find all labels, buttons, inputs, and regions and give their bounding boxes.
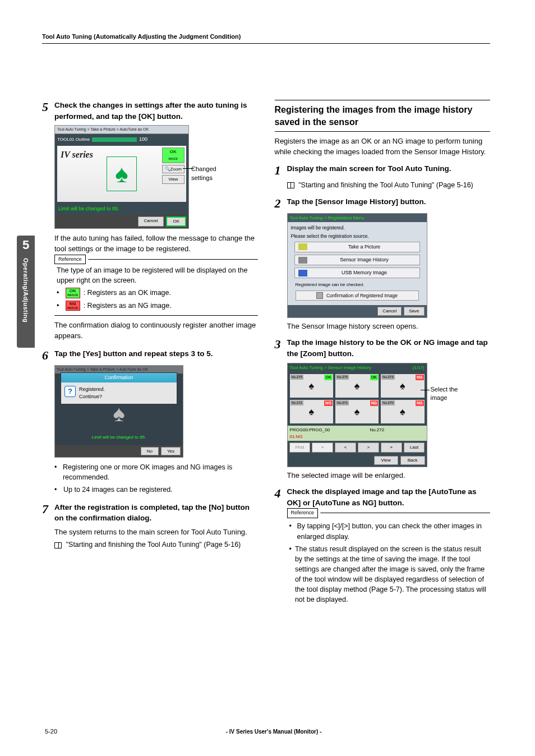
section-title: Registering the images from the image hi…	[275, 104, 491, 128]
step-title: Check the changes in settings after the …	[54, 100, 258, 122]
zoom-button[interactable]: 🔍Zoom	[162, 165, 185, 174]
ref2-b2: The status result displayed on the scree…	[295, 544, 488, 605]
ok-image-badge: OKIMAGE	[162, 147, 185, 163]
history-thumbnail[interactable]: No.275OK♠	[290, 374, 333, 398]
step-r3-after: The selected image will be enlarged.	[287, 471, 491, 481]
slider-value: 100	[139, 136, 147, 143]
view-button[interactable]: View	[162, 175, 185, 184]
confirm-line2: Continue?	[79, 393, 105, 400]
hist-ng: 01:NG	[290, 434, 303, 439]
step-number: 4	[275, 487, 287, 500]
step-title: Display the main screen for Tool Auto Tu…	[287, 163, 451, 174]
step-r4: 4 Check the displayed image and tap the …	[275, 486, 491, 508]
reg-save-button[interactable]: Save	[404, 307, 424, 316]
confirm-registered-button[interactable]: Confirmation of Registered Image	[296, 291, 419, 301]
reg-line1: Images will be registered.	[291, 224, 423, 231]
ng-badge: NGIMAGE	[66, 301, 80, 311]
reference-box-2: Reference •By tapping [<]/[>] button, yo…	[287, 513, 491, 605]
sensor-history-button[interactable]: Sensor Image History	[294, 255, 420, 265]
page-number: 5-20	[45, 728, 57, 735]
screenshot-step6: Tool Auto Tuning > Take a Picture > Auto…	[54, 365, 183, 458]
step-number: 5	[42, 101, 54, 113]
nav-last[interactable]: Last	[404, 442, 425, 453]
step-number: 6	[42, 349, 54, 362]
screenshot-reg-menu: Tool Auto Tuning > Registration Menu Ima…	[287, 213, 427, 318]
footer-title: - IV Series User's Manual (Monitor) -	[226, 729, 322, 735]
step5-after: If the auto tuning has failed, follow th…	[54, 233, 258, 255]
nav-right[interactable]: >	[358, 442, 379, 453]
step6-bullet-2: Up to 24 images can be registered.	[63, 485, 173, 495]
history-thumbnail[interactable]: No.275OK♠	[335, 374, 379, 398]
spade-icon: ♠	[115, 156, 128, 192]
nav-next[interactable]: »	[381, 442, 402, 453]
history-thumbnail[interactable]: No.273NG♠	[381, 374, 424, 398]
header-text: Tool Auto Tuning (Automatically Adjustin…	[42, 33, 241, 40]
ok-badge: OKIMAGE	[66, 288, 80, 298]
step-6: 6 Tap the [Yes] button and repeat steps …	[42, 348, 258, 362]
screenshot-step5: Tool Auto Tuning > Take a Picture > Auto…	[54, 125, 189, 229]
spade-icon-bg: ♠	[113, 397, 124, 430]
chapter-tab: 5 Operating/Adjusting	[17, 236, 35, 348]
ok-button[interactable]: OK	[166, 216, 186, 227]
limit-message: Limit will be changed to 85.	[55, 203, 188, 215]
right-column: Registering the images from the image hi…	[275, 100, 491, 609]
reference-label: Reference	[54, 255, 86, 264]
question-icon: ?	[64, 386, 76, 397]
history-thumbnail[interactable]: No.270NG♠	[381, 400, 424, 423]
screenshot-history: Tool Auto Tuning > Sensor Image History …	[287, 363, 427, 467]
callout-changed: Changed settings	[191, 165, 228, 183]
nav-left[interactable]: <	[335, 442, 356, 453]
step-r1-link: "Starting and finishing the Tool Auto Tu…	[298, 181, 473, 189]
no-button[interactable]: No	[141, 447, 159, 456]
step-number: 1	[275, 164, 287, 177]
step-title: Check the displayed image and tap the [A…	[287, 486, 491, 508]
step-title: Tap the [Yes] button and repeat steps 3 …	[54, 348, 213, 359]
left-column: 5 Check the changes in settings after th…	[42, 100, 258, 609]
tool-label: TOOL01 Outline	[57, 136, 90, 143]
usb-memory-button[interactable]: USB Memory Image	[294, 268, 420, 278]
section-header: Registering the images from the image hi…	[275, 100, 491, 132]
history-thumbnail[interactable]: No.272NG♠	[290, 400, 333, 423]
reg-sub: Registered image can be checked.	[291, 280, 423, 289]
step5-after2: The confirmation dialog to continuously …	[54, 320, 258, 342]
take-picture-button[interactable]: Take a Picture	[294, 242, 420, 252]
step-title: After the registration is completed, tap…	[54, 502, 258, 524]
reg-breadcrumb: Tool Auto Tuning > Registration Menu	[288, 214, 427, 223]
confirm-line1: Registered.	[79, 386, 105, 393]
chapter-number: 5	[17, 236, 35, 252]
yes-button[interactable]: Yes	[161, 447, 181, 456]
step-title: Tap the image history to be the OK or NG…	[287, 337, 491, 359]
reference-label: Reference	[287, 508, 319, 518]
step-r3: 3 Tap the image history to be the OK or …	[275, 337, 491, 359]
hist-prog: PROG00:PROG_00	[290, 427, 330, 432]
step-number: 2	[275, 197, 287, 210]
chapter-label: Operating/Adjusting	[22, 258, 29, 322]
reg-cancel-button[interactable]: Cancel	[377, 307, 402, 316]
step-number: 3	[275, 338, 287, 351]
step7-link: "Starting and finishing the Tool Auto Tu…	[66, 541, 241, 548]
nav-prev[interactable]: «	[312, 442, 333, 453]
dialog-title: Confirmation	[61, 373, 177, 382]
cancel-button[interactable]: Cancel	[138, 216, 164, 227]
history-thumbnail[interactable]: No.271NG♠	[335, 400, 379, 423]
book-icon	[287, 182, 294, 188]
step-5: 5 Check the changes in settings after th…	[42, 100, 258, 122]
hist-no: No.272	[370, 427, 384, 440]
hist-view-button[interactable]: View	[374, 456, 398, 465]
hist-page: (1/17)	[413, 365, 425, 371]
hist-back-button[interactable]: Back	[400, 456, 425, 465]
callout-select: Select the image	[431, 385, 476, 403]
page-footer: 5-20 - IV Series User's Manual (Monitor)…	[45, 728, 490, 735]
slider[interactable]	[92, 137, 137, 142]
section-intro: Registers the image as an OK or an NG im…	[275, 136, 491, 158]
page-header: Tool Auto Tuning (Automatically Adjustin…	[42, 31, 490, 44]
preview-area: IV series ♠ OKIMAGE 🔍Zoom View	[57, 146, 186, 202]
book-icon	[54, 542, 62, 548]
step7-body: The system returns to the main screen fo…	[54, 527, 258, 538]
reference-box-1: Reference The type of an image to be reg…	[54, 259, 258, 316]
reference-text: The type of an image to be registered wi…	[57, 265, 256, 285]
nav-first[interactable]: First	[289, 442, 311, 453]
ss-breadcrumb: Tool Auto Tuning > Take a Picture > Auto…	[55, 126, 188, 134]
ng-desc: : Registers as an NG image.	[84, 301, 172, 311]
hist-breadcrumb: Tool Auto Tuning > Sensor Image History	[290, 365, 371, 371]
